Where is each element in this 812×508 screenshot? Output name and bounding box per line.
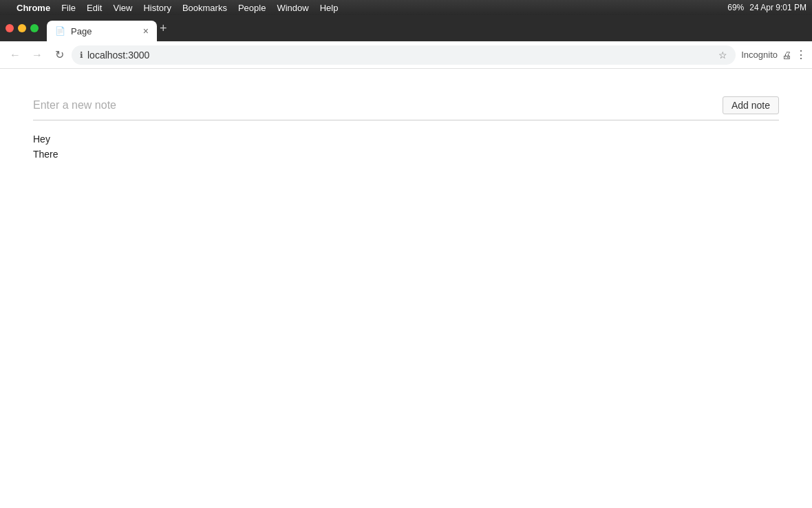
note-input[interactable] (33, 99, 714, 112)
incognito-label: Incognito (741, 50, 778, 60)
menu-people[interactable]: People (238, 3, 266, 13)
notes-list: Hey There (33, 131, 779, 162)
window-controls (6, 24, 39, 32)
list-item: Hey (33, 131, 779, 147)
menu-history[interactable]: History (143, 3, 171, 13)
active-tab[interactable]: 📄 Page × (47, 21, 157, 41)
menu-bookmarks[interactable]: Bookmarks (182, 3, 227, 13)
more-options-icon[interactable]: ⋮ (795, 48, 806, 61)
note-input-row: Add note (33, 96, 779, 120)
menu-file[interactable]: File (61, 3, 76, 13)
print-icon[interactable]: 🖨 (782, 50, 791, 61)
bookmark-star-icon[interactable]: ☆ (718, 50, 727, 61)
list-item: There (33, 147, 779, 162)
reload-button[interactable]: ↻ (50, 45, 69, 65)
tab-close-icon[interactable]: × (143, 26, 149, 36)
forward-button[interactable]: → (28, 45, 47, 65)
battery-indicator: 69% (727, 3, 744, 12)
maximize-button[interactable] (30, 24, 39, 32)
url-bar[interactable]: ℹ localhost:3000 ☆ (72, 45, 736, 65)
tab-bar: 📄 Page × + (0, 15, 812, 41)
new-tab-button[interactable]: + (160, 22, 167, 34)
back-button[interactable]: ← (6, 45, 25, 65)
page-icon: 📄 (55, 26, 65, 36)
menu-view[interactable]: View (113, 3, 132, 13)
menu-edit[interactable]: Edit (87, 3, 102, 13)
lock-icon: ℹ (80, 50, 83, 60)
minimize-button[interactable] (18, 24, 26, 32)
menu-window[interactable]: Window (277, 3, 308, 13)
close-button[interactable] (6, 24, 14, 32)
menu-help[interactable]: Help (320, 3, 339, 13)
url-display: localhost:3000 (87, 50, 714, 61)
page-content: Add note Hey There (0, 69, 812, 508)
datetime-display: 24 Apr 9:01 PM (749, 3, 806, 12)
menu-bar: Chrome File Edit View History Bookmarks … (0, 0, 812, 15)
menu-chrome[interactable]: Chrome (17, 3, 50, 13)
add-note-button[interactable]: Add note (723, 96, 779, 114)
tab-title: Page (71, 26, 138, 36)
address-bar: ← → ↻ ℹ localhost:3000 ☆ Incognito 🖨 ⋮ (0, 41, 812, 69)
